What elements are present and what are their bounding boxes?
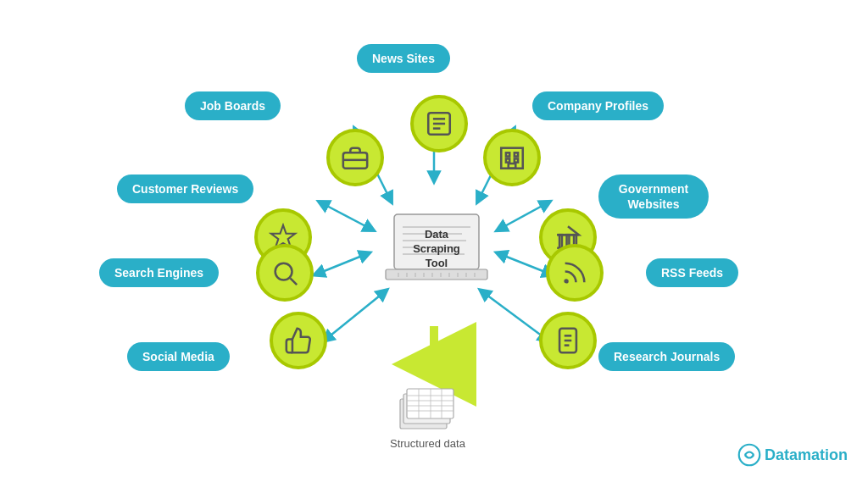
icon-circle-rss (546, 244, 604, 302)
building-icon (498, 143, 526, 172)
svg-rect-38 (386, 269, 487, 280)
icon-circle-news (410, 95, 468, 152)
icon-circle-research (539, 312, 597, 369)
datamation-logo-icon (737, 443, 761, 467)
svg-line-31 (290, 278, 297, 285)
structured-data-section: Structured data (390, 384, 465, 450)
icon-circle-search (256, 244, 314, 302)
svg-line-8 (500, 254, 549, 274)
label-government-websites: GovernmentWebsites (598, 175, 709, 219)
svg-rect-21 (515, 152, 518, 156)
svg-rect-24 (509, 163, 516, 169)
center-laptop: Data ScrapingTool (381, 210, 492, 303)
svg-rect-19 (501, 148, 523, 169)
thumbsup-icon (284, 326, 313, 355)
svg-line-5 (322, 203, 370, 229)
datamation-logo-text: Datamation (765, 446, 848, 464)
newspaper-icon (425, 109, 453, 138)
datamation-logo: Datamation (737, 443, 848, 467)
svg-rect-37 (394, 214, 479, 269)
structured-data-icon (393, 384, 461, 430)
svg-point-30 (275, 263, 292, 280)
svg-rect-23 (515, 158, 518, 162)
label-company-profiles: Company Profiles (532, 91, 664, 120)
label-rss-feeds: RSS Feeds (646, 258, 738, 287)
svg-rect-22 (506, 158, 509, 162)
icon-circle-social (270, 312, 327, 369)
svg-point-64 (739, 445, 760, 466)
laptop-svg (381, 210, 492, 286)
svg-rect-56 (407, 389, 453, 418)
search-icon (270, 258, 299, 287)
svg-point-32 (565, 280, 568, 283)
label-social-media: Social Media (127, 342, 230, 371)
label-search-engines: Search Engines (99, 258, 219, 287)
svg-line-10 (483, 292, 546, 339)
svg-line-6 (500, 203, 547, 229)
briefcase-icon (341, 143, 370, 172)
svg-line-7 (318, 254, 366, 274)
journal-icon (554, 326, 582, 355)
svg-rect-20 (506, 152, 509, 156)
label-news-sites: News Sites (357, 44, 450, 73)
label-job-boards: Job Boards (185, 91, 281, 120)
label-customer-reviews: Customer Reviews (117, 175, 253, 203)
icon-circle-company (483, 129, 541, 186)
structured-data-label: Structured data (390, 437, 465, 450)
icon-circle-jobs (326, 129, 384, 186)
svg-line-9 (326, 292, 384, 339)
label-research-journals: Research Journals (598, 342, 735, 371)
diagram-container: News Sites Job Boards Company Profiles C… (0, 0, 868, 482)
rss-icon (560, 258, 589, 287)
